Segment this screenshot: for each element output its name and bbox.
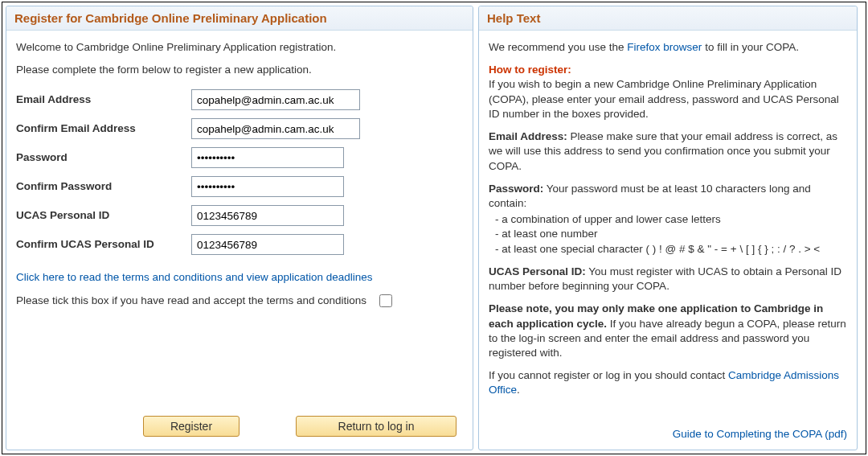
help-title: Help Text [479, 6, 857, 31]
terms-link[interactable]: Click here to read the terms and conditi… [16, 270, 463, 285]
password-rule-3: - at least one special character ( ) ! @… [495, 242, 847, 257]
password-rule-2: - at least one number [495, 227, 847, 241]
help-ucas-heading: UCAS Personal ID: [489, 265, 586, 277]
guide-pdf-link[interactable]: Guide to Completing the COPA (pdf) [489, 419, 847, 442]
confirm-password-label: Confirm Password [16, 179, 191, 194]
register-panel: Register for Cambridge Online Preliminar… [6, 6, 473, 450]
intro-text-1: Welcome to Cambridge Online Preliminary … [16, 40, 463, 55]
intro-text-2: Please complete the form below to regist… [16, 63, 463, 77]
help-password-heading: Password: [489, 183, 543, 195]
password-rule-1: - a combination of upper and lower case … [495, 212, 847, 227]
register-title: Register for Cambridge Online Preliminar… [6, 6, 473, 31]
return-to-login-button[interactable]: Return to log in [296, 416, 457, 437]
terms-checkbox[interactable] [379, 294, 392, 307]
help-panel: Help Text We recommend you use the Firef… [478, 6, 858, 450]
confirm-email-label: Confirm Email Address [16, 121, 191, 136]
ucas-field[interactable] [191, 205, 344, 226]
email-field[interactable] [191, 89, 360, 110]
how-to-register-body: If you wish to begin a new Cambridge Onl… [489, 78, 839, 119]
terms-checkbox-label: Please tick this box if you have read an… [16, 294, 366, 308]
email-label: Email Address [16, 92, 191, 107]
help-email-heading: Email Address: [489, 130, 567, 142]
password-field[interactable] [191, 147, 344, 168]
register-button[interactable]: Register [143, 416, 240, 437]
password-label: Password [16, 150, 191, 165]
confirm-email-field[interactable] [191, 118, 360, 139]
confirm-password-field[interactable] [191, 176, 344, 197]
how-to-register-heading: How to register: [489, 64, 571, 76]
ucas-label: UCAS Personal ID [16, 208, 191, 223]
firefox-link[interactable]: Firefox browser [627, 41, 702, 53]
confirm-ucas-label: Confirm UCAS Personal ID [16, 237, 191, 252]
help-recommend: We recommend you use the Firefox browser… [489, 40, 847, 55]
confirm-ucas-field[interactable] [191, 234, 344, 255]
